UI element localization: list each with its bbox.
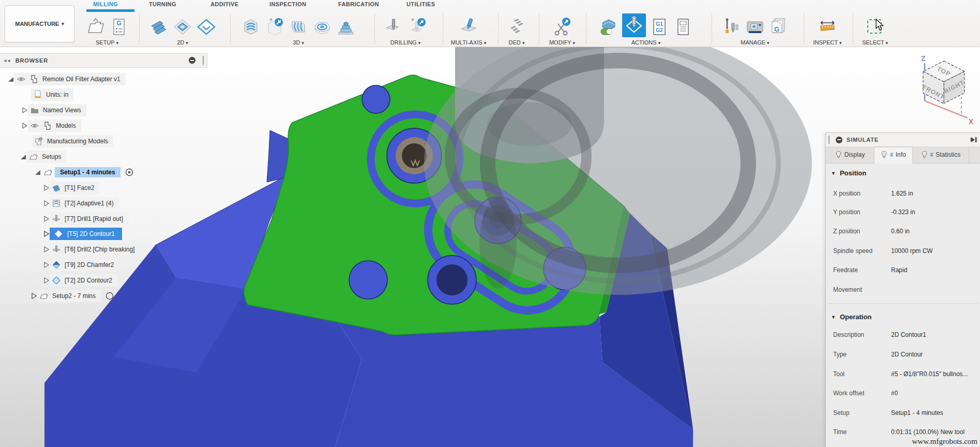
tree-row-op-2d-chamfer2[interactable]: [T9] 2D Chamfer2 [42,258,119,272]
tree-row-op-drill2[interactable]: [T6] Drill2 [Chip breaking] [42,243,140,256]
tree-item-label[interactable]: Manufacturing Models [47,138,108,145]
tool-library-icon[interactable] [721,17,742,37]
machine-library-icon[interactable] [745,17,765,37]
parallel-icon[interactable] [288,17,309,37]
setup-sheet-report-icon[interactable] [673,17,693,37]
collapsed-arrow-icon[interactable] [42,215,50,222]
group-label-2d[interactable]: 2D ▾ [144,39,221,46]
face-icon[interactable] [148,17,169,37]
setup-sheet-icon[interactable]: G [109,17,129,37]
section-position[interactable]: ▼ Position [831,169,866,177]
tree-row-models[interactable]: Models [21,119,81,132]
new-setup-icon[interactable] [85,17,105,37]
modify-icon[interactable] [552,17,572,37]
tree-row-setups[interactable]: Setups [20,150,66,163]
2d-contour-icon[interactable] [196,17,217,37]
tree-item-label[interactable]: [T9] 2D Chamfer2 [65,261,114,269]
view-cube[interactable]: Z X TOP FRONT RIGHT [908,52,980,129]
group-label-manage[interactable]: MANAGE ▾ [715,39,795,46]
tree-row-op-2d-contour1-selected[interactable]: [T5] 2D Contour1 [42,227,122,241]
collapsed-arrow-icon[interactable] [42,200,50,207]
browser-minimize-icon[interactable] [189,57,195,64]
group-label-actions[interactable]: ACTIONS ▾ [590,39,702,46]
adaptive-clearing-icon[interactable] [240,17,261,37]
tree-row-units[interactable]: Units: in [31,88,73,101]
collapsed-arrow-icon[interactable] [30,292,37,300]
simulate-header[interactable]: SIMULATE [826,133,980,147]
tab-statistics[interactable]: # Statistics [913,146,969,163]
inactive-setup-circle-icon[interactable] [105,291,114,301]
tab-fabrication[interactable]: FABRICATION [338,1,379,7]
tree-row-op-2d-contour2[interactable]: [T2] 2D Contour2 [42,274,117,287]
tree-item-label[interactable]: [T7] Drill1 [Rapid out] [65,215,123,222]
collapsed-arrow-icon[interactable] [42,246,50,253]
drill-new-icon[interactable] [407,17,428,37]
visibility-eye-icon[interactable] [30,121,39,130]
multi-axis-icon[interactable] [458,17,479,37]
tab-display[interactable]: Display [826,146,875,163]
expanded-arrow-icon[interactable] [34,169,41,176]
tab-turning[interactable]: TURNING [149,1,176,7]
measure-icon[interactable] [817,17,838,37]
group-label-select[interactable]: SELECT ▾ [854,39,896,46]
3d-pocket-new-icon[interactable] [264,17,285,37]
tree-item-label[interactable]: Setups [42,153,61,160]
collapsed-arrow-icon[interactable] [21,122,28,129]
tree-item-label[interactable]: Named Views [43,107,81,114]
tree-row-op-drill1[interactable]: [T7] Drill1 [Rapid out] [42,212,128,226]
simulate-with-stock-icon[interactable] [598,17,619,37]
section-operation[interactable]: ▼ Operation [831,313,871,321]
tree-row-setup1[interactable]: Setup1 - 4 minutes [34,166,134,179]
tree-row-op-face2[interactable]: [T1] Face2 [42,181,99,195]
drill-icon[interactable] [383,17,404,37]
tree-item-label-active-setup[interactable]: Setup1 - 4 minutes [55,167,120,177]
collapsed-arrow-icon[interactable] [42,230,50,237]
collapsed-arrow-icon[interactable] [21,107,28,114]
ded-icon[interactable] [506,17,527,37]
expanded-arrow-icon[interactable] [20,153,27,160]
tree-item-label[interactable]: [T6] Drill2 [Chip breaking] [65,246,134,253]
group-label-ded[interactable]: DED ▾ [501,39,533,46]
collapsed-arrow-icon[interactable] [42,277,50,284]
collapse-browser-icon[interactable]: ◄◄ [3,58,10,63]
tree-item-label[interactable]: [T1] Face2 [65,184,94,191]
group-label-multiaxis[interactable]: MULTI-AXIS ▾ [446,39,491,46]
tab-additive[interactable]: ADDITIVE [210,1,239,7]
tree-item-label[interactable]: [T2] Adaptive1 (4) [65,200,114,207]
tree-item-label[interactable]: Remote Oil Filter Adapter v1 [42,76,120,83]
workspace-selector[interactable]: MANUFACTURE ▾ [5,5,74,42]
visibility-eye-icon[interactable] [17,74,26,84]
tree-row-named-views[interactable]: Named Views [21,103,86,117]
tree-item-label[interactable]: Models [56,122,76,129]
simulate-button-active[interactable] [622,13,646,37]
tree-item-label[interactable]: Units: in [46,91,68,98]
tree-item-label[interactable]: [T2] 2D Contour2 [65,277,112,284]
tab-milling[interactable]: MILLING [93,1,118,7]
post-library-icon[interactable]: G [768,17,789,37]
group-label-inspect[interactable]: INSPECT ▾ [807,39,848,46]
tree-row-manufacturing-models[interactable]: Manufacturing Models [32,135,113,148]
ramp-icon[interactable] [336,17,356,37]
skip-to-end-icon[interactable] [970,137,977,143]
tree-item-label[interactable]: [T5] 2D Contour1 [67,230,115,237]
2d-pocket-icon[interactable] [172,17,193,37]
active-setup-target-icon[interactable] [125,168,134,177]
post-process-icon[interactable]: G1G2 [649,17,670,37]
group-label-modify[interactable]: MODIFY ▾ [539,39,585,46]
bore-icon[interactable] [312,17,333,37]
group-label-3d[interactable]: 3D ▾ [235,39,361,46]
tree-item-label[interactable]: Setup2 - 7 mins [52,292,96,300]
browser-scrollbar[interactable] [203,56,204,65]
group-label-setup[interactable]: SETUP ▾ [79,39,135,46]
tab-info[interactable]: # Info [875,146,913,163]
collapsed-arrow-icon[interactable] [42,184,50,191]
panel-minimize-icon[interactable] [836,137,842,143]
tree-row-op-adaptive1[interactable]: [T2] Adaptive1 (4) [42,197,119,210]
tab-utilities[interactable]: UTILITIES [406,1,435,7]
expanded-arrow-icon[interactable] [7,76,14,83]
tab-inspection[interactable]: INSPECTION [269,1,306,7]
collapsed-arrow-icon[interactable] [42,261,50,269]
tree-row-root[interactable]: Remote Oil Filter Adapter v1 [7,72,126,86]
group-label-drilling[interactable]: DRILLING ▾ [379,39,432,46]
tree-row-setup2[interactable]: Setup2 - 7 mins [30,289,114,303]
